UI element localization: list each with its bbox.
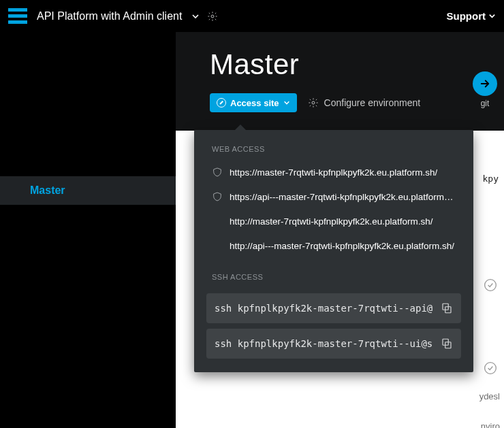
- gear-icon: [308, 97, 319, 108]
- chevron-down-icon: [283, 99, 290, 106]
- url-fragment: kpy: [483, 174, 499, 184]
- support-menu[interactable]: Support: [447, 10, 497, 22]
- shield-icon: [212, 167, 223, 178]
- svg-point-0: [211, 15, 214, 18]
- activity-status: [484, 361, 497, 375]
- environment-hero: Master Access site Configure environment…: [176, 32, 504, 131]
- ssh-access-heading: SSH ACCESS: [194, 258, 473, 288]
- git-action[interactable]: git: [473, 71, 497, 108]
- configure-environment-link[interactable]: Configure environment: [308, 97, 421, 108]
- activity-text-fragment: nviro: [481, 421, 500, 428]
- web-url: https://master-7rqtwti-kpfnplkpyfk2k.eu.…: [230, 167, 437, 178]
- web-url: https://api---master-7rqtwti-kpfnplkpyfk…: [230, 192, 456, 202]
- access-site-label: Access site: [230, 98, 279, 108]
- chevron-down-icon[interactable]: [191, 12, 200, 20]
- link-icon: [217, 98, 226, 108]
- web-url-row[interactable]: https://api---master-7rqtwti-kpfnplkpyfk…: [194, 184, 473, 209]
- check-circle-icon: [484, 278, 497, 292]
- shield-icon: [212, 191, 223, 202]
- configure-label: Configure environment: [324, 97, 421, 108]
- web-url-row[interactable]: http://api---master-7rqtwti-kpfnplkpyfk2…: [194, 233, 473, 258]
- chevron-down-icon: [488, 12, 496, 20]
- web-url-row[interactable]: https://master-7rqtwti-kpfnplkpyfk2k.eu.…: [194, 160, 473, 184]
- access-site-button[interactable]: Access site: [210, 93, 297, 112]
- svg-point-1: [312, 101, 315, 104]
- sidebar: Master: [0, 32, 176, 428]
- environment-title: Master: [210, 48, 504, 81]
- web-url: http://master-7rqtwti-kpfnplkpyfk2k.eu.p…: [230, 216, 433, 227]
- project-name: API Platform with Admin client: [37, 10, 182, 22]
- support-label: Support: [447, 10, 486, 22]
- git-label: git: [473, 99, 497, 108]
- svg-point-3: [485, 363, 497, 374]
- ssh-command-row: ssh kpfnplkpyfk2k-master-7rqtwti--api@: [206, 293, 461, 323]
- svg-point-2: [485, 280, 497, 291]
- menu-icon[interactable]: [8, 8, 27, 24]
- web-url-row[interactable]: http://master-7rqtwti-kpfnplkpyfk2k.eu.p…: [194, 209, 473, 233]
- ssh-command-row: ssh kpfnplkpyfk2k-master-7rqtwti--ui@s: [206, 329, 461, 359]
- arrow-right-icon: [473, 71, 497, 96]
- ssh-command[interactable]: ssh kpfnplkpyfk2k-master-7rqtwti--api@: [215, 303, 435, 314]
- sidebar-branch-master[interactable]: Master: [0, 176, 176, 205]
- access-site-dropdown: WEB ACCESS https://master-7rqtwti-kpfnpl…: [194, 130, 473, 372]
- top-bar: API Platform with Admin client Support: [0, 0, 504, 32]
- web-access-heading: WEB ACCESS: [194, 130, 473, 160]
- gear-icon[interactable]: [206, 10, 219, 22]
- copy-icon[interactable]: [441, 338, 453, 350]
- check-circle-icon: [484, 361, 497, 375]
- activity-status: [484, 278, 497, 292]
- web-url: http://api---master-7rqtwti-kpfnplkpyfk2…: [230, 241, 454, 251]
- copy-icon[interactable]: [441, 302, 453, 314]
- ssh-command[interactable]: ssh kpfnplkpyfk2k-master-7rqtwti--ui@s: [215, 338, 435, 349]
- activity-text-fragment: ydesl: [479, 391, 500, 401]
